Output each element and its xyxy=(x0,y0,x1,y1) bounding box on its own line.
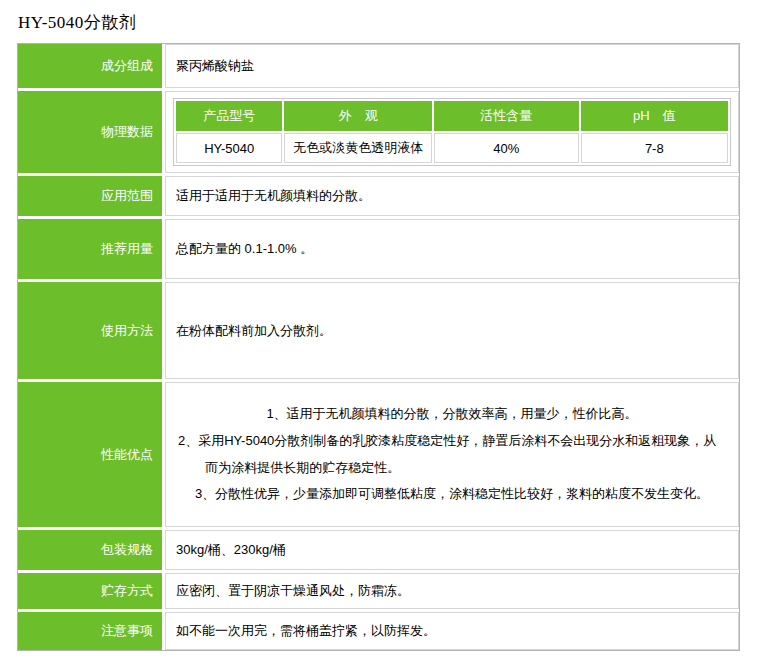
spec-row-notes: 注意事项 如不能一次用完，需将桶盖拧紧，以防挥发。 xyxy=(18,612,739,650)
value-ph-value: 7-8 xyxy=(581,133,728,163)
row-content-composition: 聚丙烯酸钠盐 xyxy=(165,44,739,88)
row-label-storage: 贮存方式 xyxy=(18,573,162,609)
header-appearance: 外 观 xyxy=(284,101,431,131)
spec-row-usage: 使用方法 在粉体配料前加入分散剂。 xyxy=(18,282,739,379)
row-content-packaging: 30kg/桶、230kg/桶 xyxy=(165,530,739,570)
row-label-packaging: 包装规格 xyxy=(18,530,162,570)
row-content-storage: 应密闭、置于阴凉干燥通风处，防霜冻。 xyxy=(165,573,739,609)
row-label-composition: 成分组成 xyxy=(18,44,162,88)
value-product-model: HY-5040 xyxy=(176,133,282,163)
physical-data-table: 产品型号 外 观 活性含量 pH 值 HY-5040 无色或淡黄色透明液体 40… xyxy=(173,98,731,166)
spec-row-performance: 性能优点 1、适用于无机颜填料的分散，分散效率高，用量少，性价比高。 2、采用H… xyxy=(18,382,739,527)
row-label-dosage: 推荐用量 xyxy=(18,219,162,279)
row-content-usage: 在粉体配料前加入分散剂。 xyxy=(165,282,739,379)
header-product-model: 产品型号 xyxy=(176,101,282,131)
row-label-performance: 性能优点 xyxy=(18,382,162,527)
performance-item-1: 1、适用于无机颜填料的分散，分散效率高，用量少，性价比高。 xyxy=(266,401,637,428)
value-appearance: 无色或淡黄色透明液体 xyxy=(284,133,431,163)
physical-data-value-row: HY-5040 无色或淡黄色透明液体 40% 7-8 xyxy=(176,133,728,163)
row-label-notes: 注意事项 xyxy=(18,612,162,650)
spec-row-physical-data: 物理数据 产品型号 外 观 活性含量 pH 值 HY-5040 无色或淡黄色透明… xyxy=(18,91,739,173)
spec-row-storage: 贮存方式 应密闭、置于阴凉干燥通风处，防霜冻。 xyxy=(18,573,739,609)
row-content-notes: 如不能一次用完，需将桶盖拧紧，以防挥发。 xyxy=(165,612,739,650)
row-label-usage: 使用方法 xyxy=(18,282,162,379)
row-content-physical-data: 产品型号 外 观 活性含量 pH 值 HY-5040 无色或淡黄色透明液体 40… xyxy=(165,91,739,173)
row-content-application: 适用于适用于无机颜填料的分散。 xyxy=(165,176,739,216)
row-content-performance: 1、适用于无机颜填料的分散，分散效率高，用量少，性价比高。 2、采用HY-504… xyxy=(165,382,739,527)
physical-data-header-row: 产品型号 外 观 活性含量 pH 值 xyxy=(176,101,728,131)
spec-row-application: 应用范围 适用于适用于无机颜填料的分散。 xyxy=(18,176,739,216)
page-title: HY-5040分散剂 xyxy=(18,11,760,34)
performance-item-2: 2、采用HY-5040分散剂制备的乳胶漆粘度稳定性好，静置后涂料不会出现分水和返… xyxy=(178,428,726,481)
spec-row-composition: 成分组成 聚丙烯酸钠盐 xyxy=(18,44,739,88)
header-ph-value: pH 值 xyxy=(581,101,728,131)
row-content-dosage: 总配方量的 0.1-1.0% 。 xyxy=(165,219,739,279)
row-label-application: 应用范围 xyxy=(18,176,162,216)
spec-row-dosage: 推荐用量 总配方量的 0.1-1.0% 。 xyxy=(18,219,739,279)
row-label-physical-data: 物理数据 xyxy=(18,91,162,173)
header-active-content: 活性含量 xyxy=(434,101,579,131)
spec-row-packaging: 包装规格 30kg/桶、230kg/桶 xyxy=(18,530,739,570)
performance-item-3: 3、分散性优异，少量添加即可调整低粘度，涂料稳定性比较好，浆料的粘度不发生变化。 xyxy=(195,481,709,508)
spec-table: 成分组成 聚丙烯酸钠盐 物理数据 产品型号 外 观 活性含量 pH 值 HY-5… xyxy=(17,43,740,651)
value-active-content: 40% xyxy=(434,133,579,163)
